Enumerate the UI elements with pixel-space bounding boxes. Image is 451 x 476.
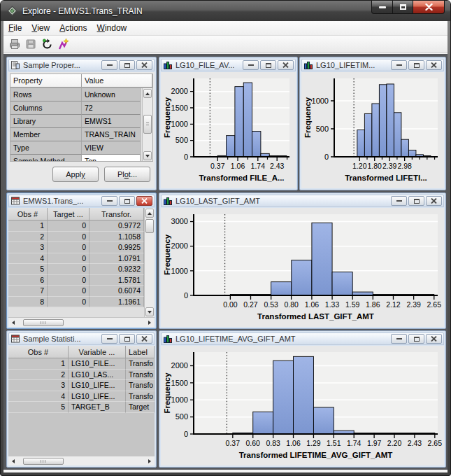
child-maximize-button[interactable] (408, 60, 424, 70)
sample-properties-titlebar[interactable]: Sample Proper... (8, 59, 155, 71)
save-button[interactable] (23, 37, 38, 52)
column-header[interactable]: Transfor. (90, 208, 144, 220)
table-cell[interactable]: 1 (8, 358, 69, 370)
chart-titlebar[interactable]: LG10_LAST_GIFT_AMT (161, 195, 444, 207)
graph-wizard-button[interactable] (55, 37, 71, 52)
table-cell[interactable]: 5 (8, 264, 48, 275)
table-cell[interactable]: 1.1058 (90, 232, 144, 243)
table-cell[interactable]: 0 (48, 253, 90, 265)
scrollbar-thumb[interactable] (23, 319, 64, 326)
table-cell[interactable]: TRANS_TRAIN (82, 128, 141, 141)
child-close-button[interactable] (426, 60, 442, 70)
scroll-down-button[interactable] (145, 307, 154, 316)
refresh-button[interactable] (39, 37, 55, 52)
table-row[interactable]: 300.9925 (8, 242, 144, 253)
table-row[interactable]: Sample MethodTop (10, 155, 142, 161)
child-maximize-button[interactable] (119, 334, 135, 344)
child-minimize-button[interactable] (243, 60, 259, 70)
table-cell[interactable]: 0.6074 (90, 286, 144, 297)
table-cell[interactable]: LG10_LIFE... (69, 391, 126, 402)
child-maximize-button[interactable] (260, 60, 276, 70)
close-button[interactable] (413, 1, 445, 14)
plot-button[interactable]: Plot... (104, 167, 150, 182)
chart-titlebar[interactable]: LG10_LIFETIM... (301, 59, 444, 71)
table-cell[interactable]: 0 (48, 242, 90, 253)
table-cell[interactable]: Rows (10, 88, 82, 102)
scrollbar-thumb[interactable] (143, 115, 152, 134)
horizontal-scrollbar[interactable] (8, 317, 155, 327)
table-row[interactable]: 100.9772 (8, 220, 144, 232)
table-cell[interactable]: 1.0791 (90, 253, 144, 265)
menu-view[interactable]: View (27, 22, 55, 34)
table-cell[interactable]: Library (10, 115, 82, 128)
table-cell[interactable]: TARGET_B (69, 402, 126, 413)
horizontal-scrollbar[interactable] (8, 456, 155, 465)
table-cell[interactable]: Sample Method (10, 155, 82, 161)
child-minimize-button[interactable] (101, 60, 117, 70)
table-cell[interactable]: 2 (8, 232, 48, 243)
child-minimize-button[interactable] (391, 196, 407, 206)
table-cell[interactable]: 0 (48, 264, 90, 275)
table-titlebar[interactable]: Sample Statisti... (8, 332, 155, 345)
child-maximize-button[interactable] (119, 196, 135, 206)
column-header[interactable]: Value (82, 74, 152, 88)
table-cell[interactable]: LG10_LIFE... (69, 380, 126, 391)
table-row[interactable]: 5TARGET_BTarget (8, 402, 155, 413)
table-row[interactable]: 601.5781 (8, 275, 144, 286)
scrollbar-thumb[interactable] (23, 458, 64, 465)
menu-actions[interactable]: Actions (55, 22, 92, 34)
column-header[interactable]: Obs # (8, 208, 48, 220)
table-cell[interactable]: Transfo (126, 370, 155, 381)
table-cell[interactable]: 72 (82, 102, 141, 115)
child-minimize-button[interactable] (101, 196, 117, 206)
table-cell[interactable]: 0 (48, 286, 90, 297)
table-cell[interactable]: Unknown (82, 88, 141, 102)
minimize-button[interactable] (371, 1, 392, 14)
column-header[interactable]: Property (10, 74, 82, 88)
child-maximize-button[interactable] (408, 196, 424, 206)
table-cell[interactable]: 1 (8, 220, 48, 232)
table-cell[interactable]: Target (126, 402, 155, 413)
table-row[interactable]: 700.6074 (8, 286, 144, 297)
table-cell[interactable]: VIEW (82, 141, 141, 155)
table-cell[interactable]: 6 (8, 275, 48, 286)
table-cell[interactable]: Top (82, 155, 141, 161)
scroll-down-button[interactable] (143, 151, 152, 160)
table-row[interactable]: 4LG10_LIFE...Transfo (8, 391, 155, 402)
table-row[interactable]: 2LG10_LAS...Transfo (8, 370, 155, 381)
table-cell[interactable]: 1.1961 (90, 297, 144, 308)
table-row[interactable]: LibraryEMWS1 (10, 115, 142, 128)
table-cell[interactable]: 0 (48, 232, 90, 243)
table-row[interactable]: 500.9232 (8, 264, 144, 275)
table-cell[interactable]: 3 (8, 242, 48, 253)
chart-titlebar[interactable]: LG10_LIFETIME_AVG_GIFT_AMT (161, 332, 444, 345)
child-maximize-button[interactable] (408, 334, 424, 344)
table-cell[interactable]: 1.5781 (90, 275, 144, 286)
child-maximize-button[interactable] (119, 60, 135, 70)
titlebar[interactable]: Explore - EMWS1.Trans_TRAIN (1, 1, 450, 21)
table-cell[interactable]: 2 (8, 370, 69, 381)
table-cell[interactable]: 0.9232 (90, 264, 144, 275)
table-cell[interactable]: Transfo (126, 380, 155, 391)
menu-window[interactable]: Window (92, 22, 132, 34)
table-cell[interactable]: Columns (10, 102, 82, 115)
table-cell[interactable]: 8 (8, 297, 48, 308)
column-header[interactable]: Variable ... (69, 346, 126, 358)
child-close-button[interactable] (136, 196, 152, 206)
table-cell[interactable]: Transfo (126, 391, 155, 402)
table-row[interactable]: MemberTRANS_TRAIN (10, 128, 142, 141)
table-cell[interactable]: EMWS1 (82, 115, 141, 128)
table-row[interactable]: Columns72 (10, 102, 142, 115)
table-row[interactable]: 201.1058 (8, 232, 144, 243)
child-close-button[interactable] (426, 334, 442, 344)
apply-button[interactable]: Apply (52, 167, 99, 182)
table-row[interactable]: 401.0791 (8, 253, 144, 265)
scroll-up-button[interactable] (145, 209, 154, 218)
table-row[interactable]: RowsUnknown (10, 88, 142, 102)
column-header[interactable]: Obs # (8, 346, 69, 358)
table-row[interactable]: 801.1961 (8, 297, 144, 308)
table-row[interactable]: 3LG10_LIFE...Transfo (8, 380, 155, 391)
table-cell[interactable]: 7 (8, 286, 48, 297)
vertical-scrollbar[interactable] (144, 208, 155, 317)
table-cell[interactable]: 0.9925 (90, 242, 144, 253)
